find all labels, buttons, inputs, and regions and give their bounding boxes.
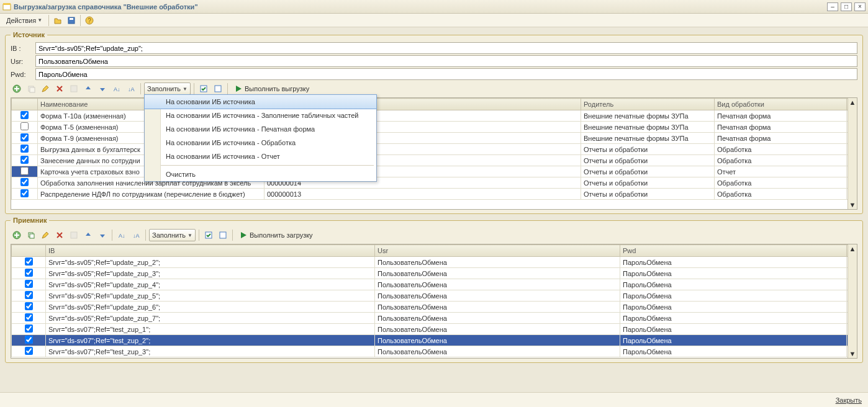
row-checkbox-cell[interactable] [12,302,46,313]
dropdown-item[interactable]: На основании ИБ источника - Заполнение т… [145,109,376,122]
add-row-icon[interactable] [11,229,23,241]
row-checkbox-cell[interactable] [12,122,38,133]
check-all-icon[interactable] [202,229,215,241]
sort-desc-icon[interactable]: ↓A [130,229,142,241]
table-row[interactable]: Srvr="ds-sv05";Ref="update_zup_2";Пользо… [12,257,857,268]
table-row[interactable]: Srvr="ds-sv05";Ref="update_zup_6";Пользо… [12,302,857,313]
scroll-up-icon[interactable]: ▲ [848,98,857,107]
row-checkbox-cell[interactable] [12,155,38,166]
table-row[interactable]: Форма Т-9 (измененная)Внешние печатные ф… [12,133,857,144]
uncheck-all-icon[interactable] [212,83,224,95]
pwd-input[interactable] [35,68,857,80]
row-checkbox[interactable] [25,257,33,266]
table-row[interactable]: Srvr="ds-sv05";Ref="update_zup_7";Пользо… [12,313,857,324]
col-check[interactable] [12,245,46,257]
row-checkbox[interactable] [25,313,33,321]
dest-fill-dropdown[interactable]: Заполнить ▼ [149,229,196,241]
table-row[interactable]: Srvr="ds-sv07";Ref="test_zup_2";Пользова… [12,335,857,346]
table-row[interactable]: Srvr="ds-sv05";Ref="update_zup_4";Пользо… [12,279,857,290]
copy-row-icon[interactable] [25,83,37,95]
row-checkbox[interactable] [25,302,33,310]
dropdown-item[interactable]: На основании ИБ источника - Отчет [145,150,376,163]
table-row[interactable]: Srvr="ds-sv05";Ref="update_zup_5";Пользо… [12,290,857,302]
col-check[interactable] [12,99,38,110]
edit-row-icon[interactable] [39,83,52,95]
open-icon[interactable] [52,14,64,27]
col-parent[interactable]: Родитель [581,99,715,110]
row-checkbox[interactable] [25,291,33,299]
delete-row-icon[interactable] [53,229,66,241]
row-checkbox-cell[interactable] [12,177,38,189]
sort-asc-icon[interactable]: A↓ [115,229,128,241]
row-checkbox-cell[interactable] [12,346,46,357]
row-checkbox[interactable] [20,122,29,130]
refresh-icon[interactable] [68,83,80,95]
row-checkbox[interactable] [25,347,33,355]
move-down-icon[interactable] [96,229,109,241]
row-checkbox-cell[interactable] [12,279,46,290]
row-checkbox-cell[interactable] [12,110,38,122]
row-checkbox-cell[interactable] [12,189,38,200]
source-run-button[interactable]: Выполнить выгрузку [231,83,313,95]
table-row[interactable]: Занесение данных по сотрудниОтчеты и обр… [12,155,857,166]
table-row[interactable]: Srvr="ds-sv05";Ref="update_zup_3";Пользо… [12,268,857,279]
ib-input[interactable] [35,42,857,54]
sort-asc-icon[interactable]: A↓ [111,83,123,95]
col-pwd[interactable]: Pwd [620,245,847,257]
move-up-icon[interactable] [82,229,94,241]
table-row[interactable]: Обработка заполнения начислений зарплат … [12,177,857,189]
row-checkbox[interactable] [25,269,33,277]
row-checkbox[interactable] [20,178,29,186]
row-checkbox-cell[interactable] [12,313,46,324]
actions-menu[interactable]: Действия ▼ [2,16,46,25]
help-icon[interactable]: ? [83,14,96,27]
row-checkbox-cell[interactable] [12,268,46,279]
row-checkbox-cell[interactable] [12,144,38,155]
dest-run-button[interactable]: Выполнить загрузку [236,229,317,241]
uncheck-all-icon[interactable] [217,229,229,241]
col-ib[interactable]: IB [46,245,375,257]
table-row[interactable]: Распределение НДФЛ по сотрудникам (переч… [12,189,857,200]
row-checkbox-cell[interactable] [12,257,46,268]
scrollbar[interactable]: ▲ ▼ [848,98,857,209]
move-down-icon[interactable] [96,83,109,95]
row-checkbox-cell[interactable] [12,290,46,302]
add-row-icon[interactable] [11,83,23,95]
refresh-icon[interactable] [68,229,80,241]
table-row[interactable]: Выгрузка данных в бухгалтерскОтчеты и об… [12,144,857,155]
row-checkbox[interactable] [20,111,29,119]
edit-row-icon[interactable] [39,229,52,241]
row-checkbox[interactable] [20,145,29,153]
table-row[interactable]: Srvr="ds-sv07";Ref="test_zup_3";Пользова… [12,346,857,357]
close-window-button[interactable]: × [854,2,866,11]
table-row[interactable]: Srvr="ds-sv07";Ref="test_zup_1";Пользова… [12,324,857,335]
col-usr[interactable]: Usr [375,245,620,257]
minimize-button[interactable]: – [827,2,838,11]
row-checkbox-cell[interactable] [12,166,38,177]
row-checkbox[interactable] [20,167,29,175]
move-up-icon[interactable] [82,83,94,95]
delete-row-icon[interactable] [53,83,66,95]
row-checkbox-cell[interactable] [12,133,38,144]
table-row[interactable]: Форма Т-5 (измененная)Внешние печатные ф… [12,122,857,133]
row-checkbox[interactable] [20,189,29,197]
sort-desc-icon[interactable]: ↓A [125,83,137,95]
scroll-down-icon[interactable]: ▼ [848,349,857,358]
copy-row-icon[interactable] [25,229,37,241]
row-checkbox[interactable] [20,156,29,164]
dropdown-clear[interactable]: Очистить [145,168,376,181]
dropdown-item[interactable]: На основании ИБ источника - Печатная фор… [145,122,376,136]
scroll-up-icon[interactable]: ▲ [848,244,857,253]
check-all-icon[interactable] [197,83,210,95]
dropdown-item[interactable]: На основании ИБ источника - Обработка [145,136,376,150]
row-checkbox-cell[interactable] [12,324,46,335]
row-checkbox[interactable] [25,324,33,333]
save-icon[interactable] [65,14,78,27]
maximize-button[interactable]: □ [841,2,852,11]
source-fill-dropdown[interactable]: Заполнить ▼ [144,83,191,95]
usr-input[interactable] [35,55,857,67]
table-row[interactable]: Форма Т-10а (измененная)Внешние печатные… [12,110,857,122]
scroll-down-icon[interactable]: ▼ [848,200,857,209]
scrollbar[interactable]: ▲ ▼ [848,244,857,358]
dropdown-item[interactable]: На основании ИБ источника [144,94,377,109]
